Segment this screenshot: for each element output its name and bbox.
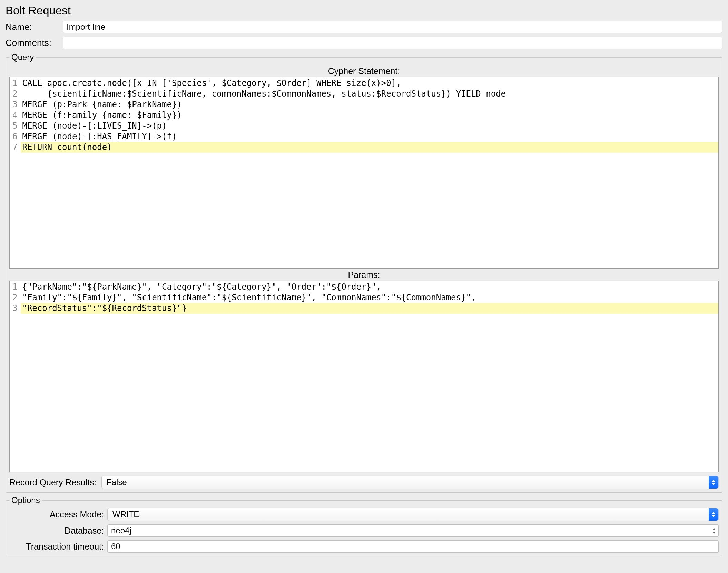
cypher-statement-label: Cypher Statement: [9,66,719,76]
access-mode-select[interactable]: WRITE [107,508,719,521]
transaction-timeout-label: Transaction timeout: [9,542,107,552]
name-label: Name: [6,22,63,32]
line-number: 4 [12,110,17,121]
line-number: 3 [12,303,17,314]
select-stepper-icon [709,476,718,489]
query-fieldset: Query Cypher Statement: 1234567 CALL apo… [6,52,722,493]
comments-label: Comments: [6,38,63,48]
line-number: 5 [12,121,17,131]
code-line[interactable]: CALL apoc.create.node([x IN ['Species', … [21,78,718,89]
comments-row: Comments: [6,37,722,49]
transaction-timeout-input[interactable]: 60 [107,540,719,553]
line-number: 7 [12,142,17,153]
code-line[interactable]: {"ParkName":"${ParkName}", "Category":"$… [21,282,718,292]
page-title: Bolt Request [6,4,722,17]
access-mode-row: Access Mode: WRITE [9,508,719,521]
params-label: Params: [9,270,719,280]
params-gutter: 123 [10,281,21,472]
line-number: 2 [12,292,17,303]
name-input[interactable] [63,21,722,33]
code-line[interactable]: MERGE (node)-[:LIVES_IN]->(p) [21,121,718,131]
name-row: Name: [6,21,722,33]
cypher-editor[interactable]: 1234567 CALL apoc.create.node([x IN ['Sp… [9,77,719,269]
cypher-lines[interactable]: CALL apoc.create.node([x IN ['Species', … [21,77,718,268]
database-label: Database: [9,526,107,536]
code-line[interactable]: RETURN count(node) [21,142,718,153]
access-mode-value: WRITE [112,510,139,519]
params-editor[interactable]: 123 {"ParkName":"${ParkName}", "Category… [9,281,719,472]
stepper-icon[interactable]: ▴▾ [710,525,718,536]
code-line[interactable]: "RecordStatus":"${RecordStatus}"} [21,303,718,314]
options-fieldset: Options Access Mode: WRITE Database: neo… [6,495,722,556]
line-number: 3 [12,99,17,110]
code-line[interactable]: MERGE (f:Family {name: $Family}) [21,110,718,121]
record-query-results-value: False [107,478,127,487]
line-number: 2 [12,89,17,99]
code-line[interactable]: "Family":"${Family}", "ScientificName":"… [21,292,718,303]
options-legend: Options [9,495,42,505]
record-query-results-select[interactable]: False [101,476,719,489]
transaction-timeout-value: 60 [111,542,120,551]
comments-input[interactable] [63,37,722,49]
code-line[interactable]: MERGE (p:Park {name: $ParkName}) [21,99,718,110]
params-lines[interactable]: {"ParkName":"${ParkName}", "Category":"$… [21,281,718,472]
query-legend: Query [9,52,36,62]
record-query-results-label: Record Query Results: [9,478,101,487]
database-value: neo4j [111,526,131,535]
select-stepper-icon [709,508,718,521]
cypher-gutter: 1234567 [10,77,21,268]
code-line[interactable]: MERGE (node)-[:HAS_FAMILY]->(f) [21,131,718,142]
record-query-results-row: Record Query Results: False [9,476,719,489]
database-row: Database: neo4j ▴▾ [9,524,719,537]
transaction-timeout-row: Transaction timeout: 60 [9,540,719,553]
line-number: 1 [12,78,17,89]
code-line[interactable]: {scientificName:$ScientificName, commonN… [21,89,718,99]
database-input[interactable]: neo4j ▴▾ [107,524,719,537]
access-mode-label: Access Mode: [9,510,107,520]
line-number: 6 [12,131,17,142]
line-number: 1 [12,282,17,292]
